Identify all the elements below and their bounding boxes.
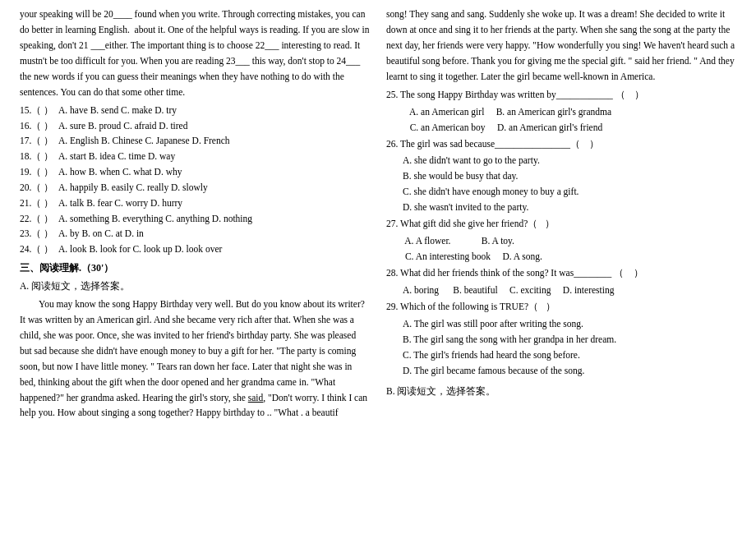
question-15: 15.（ ） A. have B. send C. make D. try — [20, 104, 370, 118]
left-top-passage: your speaking will be 20____ found when … — [20, 7, 370, 100]
question-25-options: A. an American girl B. an American girl'… — [403, 104, 736, 136]
question-26: 26. The girl was sad because____________… — [386, 137, 736, 152]
question-26-options: A. she didn't want to go to the party. B… — [403, 153, 736, 215]
question-29: 29. Which of the following is TRUE?（ ） — [386, 300, 736, 315]
question-27-options: A. A flower. B. A toy. C. An interesting… — [403, 233, 736, 265]
question-17: 17.（ ） A. English B. Chinese C. Japanese… — [20, 134, 370, 149]
section-b-header: B. 阅读短文，选择答案。 — [386, 384, 736, 399]
left-passage-body: You may know the song Happy Birthday ver… — [20, 297, 370, 421]
underlined-said: said — [248, 393, 264, 403]
right-top-passage: song! They sang and sang. Suddenly she w… — [386, 7, 736, 85]
page: your speaking will be 20____ found when … — [0, 0, 756, 534]
question-27: 27. What gift did she give her friend?（ … — [386, 217, 736, 232]
question-28: 28. What did her friends think of the so… — [386, 266, 736, 281]
question-18: 18.（ ） A. start B. idea C. time D. way — [20, 150, 370, 164]
question-28-options: A. boring B. beautiful C. exciting D. in… — [403, 283, 736, 298]
question-29-options: A. The girl was still poor after writing… — [403, 316, 736, 379]
section3a-header: A. 阅读短文，选择答案。 — [20, 279, 370, 294]
question-24: 24.（ ） A. look B. look for C. look up D.… — [20, 242, 370, 257]
question-22: 22.（ ） A. something B. everything C. any… — [20, 212, 370, 227]
question-19: 19.（ ） A. how B. when C. what D. why — [20, 165, 370, 180]
question-23: 23.（ ） A. by B. on C. at D. in — [20, 227, 370, 242]
question-21: 21.（ ） A. talk B. fear C. worry D. hurry — [20, 196, 370, 211]
section3-header: 三、阅读理解.（30'） — [20, 260, 370, 277]
question-20: 20.（ ） A. happily B. easily C. really D.… — [20, 181, 370, 196]
question-16: 16.（ ） A. sure B. proud C. afraid D. tir… — [20, 119, 370, 134]
right-column: song! They sang and sang. Suddenly she w… — [386, 7, 736, 527]
question-25: 25. The song Happy Birthday was written … — [386, 88, 736, 103]
two-column-layout: your speaking will be 20____ found when … — [20, 7, 736, 527]
left-column: your speaking will be 20____ found when … — [20, 7, 370, 527]
